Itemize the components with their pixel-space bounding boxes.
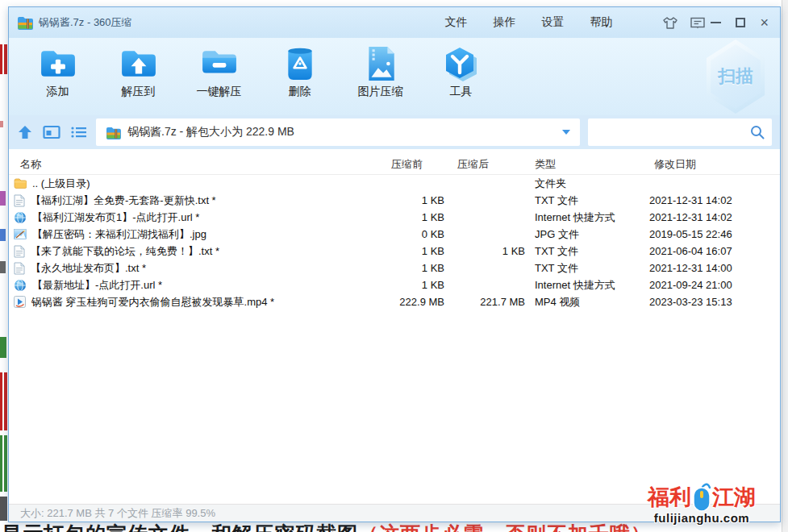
oneclick-extract-button[interactable]: 一键解压 [180,44,258,99]
maximize-button[interactable] [736,18,745,27]
table-row[interactable]: 【永久地址发布页】.txt * 1 KB TXT 文件 2021-12-31 1… [9,260,780,276]
menu-file[interactable]: 文件 [432,10,480,35]
file-date: 2021-12-31 14:02 [638,211,773,223]
table-row[interactable]: 【福利江湖发布页1】-点此打开.url * 1 KB Internet 快捷方式… [9,209,780,226]
table-row[interactable]: 【最新地址】-点此打开.url * 1 KB Internet 快捷方式 202… [9,276,780,293]
jpg-file-icon [14,229,27,239]
search-icon[interactable] [749,124,765,140]
file-name: 【解压密码：来福利江湖找福利】.jpg [32,227,206,242]
image-compress-button[interactable]: 图片压缩 [341,44,419,99]
watermark-domain: fulijianghu.com [627,511,777,525]
column-header-date[interactable]: 修改日期 [638,157,773,172]
search-box [588,118,772,146]
trash-icon [284,46,316,81]
mp4-file-icon [14,296,26,308]
scan-badge-inner: 扫描 [707,44,764,109]
toolbar-button-label: 图片压缩 [358,85,403,99]
column-header-size-before[interactable]: 压缩前 [380,157,444,172]
chevron-down-icon[interactable] [562,130,570,135]
column-header-name[interactable]: 名称 [12,157,380,172]
text-file-icon [14,194,25,207]
folder-icon [14,178,27,189]
page-scrollbar[interactable] [782,0,788,532]
toolbar-button-label: 删除 [289,85,311,99]
background-text-fragment [0,191,6,206]
column-header-size-after[interactable]: 压缩后 [444,157,525,172]
preview-pane-button[interactable] [43,125,60,139]
archive-file-icon [17,15,33,30]
skin-theme-icon[interactable] [662,16,678,30]
size-before: 1 KB [380,262,444,274]
file-date: 2021-06-04 16:07 [638,245,773,257]
toolbar: 添加 解压到 一键解压 删除 [9,38,780,115]
file-type: TXT 文件 [525,244,638,259]
search-input[interactable] [594,118,749,146]
text-file-icon [14,245,25,258]
table-row[interactable]: .. (上级目录) 文件夹 [9,175,780,192]
image-compress-icon [365,45,397,82]
background-text-fragment [0,435,7,492]
tools-icon [442,45,481,82]
background-text-fragment [0,497,7,521]
column-header-type[interactable]: 类型 [525,157,638,172]
file-name: 【最新地址】-点此打开.url * [32,278,162,293]
file-name: .. (上级目录) [32,177,90,191]
file-type: Internet 快捷方式 [525,278,638,293]
feedback-icon[interactable] [690,16,706,30]
table-row[interactable]: 【福利江湖】全免费-无套路-更新快.txt * 1 KB TXT 文件 2021… [9,192,780,209]
tools-button[interactable]: 工具 [422,44,500,99]
extract-to-button[interactable]: 解压到 [99,44,177,99]
background-text-fragment [0,261,6,273]
file-name: 【福利江湖】全免费-无套路-更新快.txt * [31,193,216,208]
background-text-fragment [0,44,7,74]
watermark-logo: 福利 江湖 fulijianghu.com [627,482,777,525]
size-before: 1 KB [380,211,444,223]
size-after: 221.7 MB [444,296,525,308]
menu-help[interactable]: 帮助 [577,10,625,35]
background-page-text-black: 显示打包的宣传文件，和解压密码截图 [2,522,358,532]
background-text-fragment [0,229,6,241]
file-type: MP4 视频 [525,295,638,310]
list-view-button[interactable] [70,125,88,139]
file-type: Internet 快捷方式 [525,210,638,225]
toolbar-button-label: 工具 [450,85,473,99]
watermark-text-left: 福利 [648,483,691,512]
status-text: 大小: 221.7 MB 共 7 个文件 压缩率 99.5% [20,506,215,521]
address-bar: 锅锅酱.7z - 解包大小为 222.9 MB [9,115,780,149]
file-type: TXT 文件 [525,261,638,276]
size-after: 1 KB [444,245,525,257]
url-shortcut-icon [14,211,27,224]
background-text-fragment [0,121,3,127]
add-button[interactable]: 添加 [19,44,97,99]
menu-action[interactable]: 操作 [480,10,528,35]
file-type: JPG 文件 [525,227,638,242]
archive-path-label: 锅锅酱.7z - 解包大小为 222.9 MB [127,125,294,139]
archive-file-icon [106,126,121,139]
background-text-fragment [0,372,7,430]
table-row[interactable]: 锅锅酱 穿玉桂狗可爱内衣偷偷自慰被发现暴草.mp4 * 222.9 MB 221… [9,293,780,310]
up-directory-button[interactable] [17,125,33,139]
list-view-icon [70,125,88,139]
archive-path-combobox[interactable]: 锅锅酱.7z - 解包大小为 222.9 MB [96,118,580,146]
folder-extract-to-icon [120,47,157,81]
preview-pane-icon [43,125,60,139]
background-page-text: 显示打包的宣传文件，和解压密码截图（这两步必需，否则不加千哦） [2,521,652,532]
minimize-button[interactable] [711,22,721,23]
text-file-icon [14,262,25,275]
file-type: TXT 文件 [525,193,638,208]
size-before: 1 KB [380,245,444,257]
url-shortcut-icon [14,279,27,292]
size-before: 0 KB [380,228,444,240]
menu-settings[interactable]: 设置 [528,10,577,35]
file-name: 锅锅酱 穿玉桂狗可爱内衣偷偷自慰被发现暴草.mp4 * [31,295,274,310]
scan-badge[interactable]: 扫描 [703,39,769,114]
watermark-text-right: 江湖 [712,483,756,512]
table-row[interactable]: 【解压密码：来福利江湖找福利】.jpg 0 KB JPG 文件 2019-05-… [9,226,780,243]
file-name: 【来了就能下载的论坛，纯免费！】.txt * [31,244,219,259]
scan-label: 扫描 [718,64,753,89]
close-button[interactable]: × [760,18,769,27]
table-row[interactable]: 【来了就能下载的论坛，纯免费！】.txt * 1 KB 1 KB TXT 文件 … [9,243,780,260]
window-title: 锅锅酱.7z - 360压缩 [39,15,132,30]
delete-button[interactable]: 删除 [261,44,339,99]
title-bar: 锅锅酱.7z - 360压缩 文件 操作 设置 帮助 × [9,7,780,38]
